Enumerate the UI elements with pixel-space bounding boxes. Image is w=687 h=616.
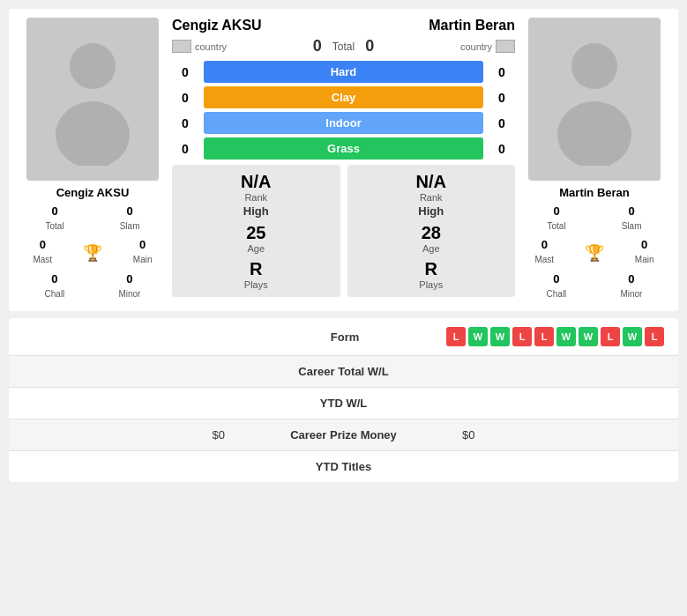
names-row: Cengiz AKSU Martin Beran (172, 18, 515, 37)
form-badge-w: W (490, 327, 510, 346)
left-player-stats: 0 Total 0 Slam 0 Mast 🏆 0 (18, 203, 168, 302)
right-flag (496, 40, 515, 53)
hard-right-score: 0 (489, 65, 515, 79)
bottom-stats: Form LWWLLWWLWL Career Total W/L YTD W/L… (9, 318, 678, 482)
right-chall-val: 0 (547, 272, 567, 287)
left-flag (172, 40, 191, 53)
left-total-val: 0 (46, 204, 64, 219)
left-high-label: High (243, 204, 269, 218)
left-minor-lbl: Minor (118, 289, 140, 299)
surface-row-hard: 0 Hard 0 (172, 61, 515, 83)
form-badge-l: L (601, 327, 620, 346)
surface-row-clay: 0 Clay 0 (172, 86, 515, 108)
indoor-right-score: 0 (489, 116, 515, 130)
form-badge-l: L (645, 327, 664, 346)
right-player-stats: 0 Total 0 Slam 0 Mast 🏆 0 (519, 203, 669, 302)
right-minor-lbl: Minor (620, 289, 642, 299)
career-wl-row: Career Total W/L (9, 356, 678, 388)
left-main-val: 0 (133, 238, 153, 253)
left-country-label: country (195, 41, 227, 52)
indoor-left-score: 0 (172, 116, 198, 130)
right-total-val: 0 (548, 204, 566, 219)
right-rank-lbl: Rank (420, 192, 443, 203)
grass-right-score: 0 (489, 142, 515, 156)
right-country-side: country (460, 40, 515, 53)
indoor-button[interactable]: Indoor (204, 112, 483, 134)
right-rank-val: N/A (416, 172, 446, 192)
right-age-lbl: Age (422, 243, 440, 254)
form-badge-w: W (556, 327, 576, 346)
right-chall-lbl: Chall (547, 289, 567, 299)
left-player-card: Cengiz AKSU 0 Total 0 Slam 0 Mast (18, 18, 168, 302)
left-rank-lbl: Rank (244, 192, 267, 203)
left-rank-val: N/A (241, 172, 271, 192)
svg-point-2 (571, 43, 617, 89)
ytd-wl-label: YTD W/L (243, 397, 444, 410)
right-main-lbl: Main (635, 255, 654, 264)
right-slam-val: 0 (622, 204, 642, 219)
right-country-label: country (460, 41, 492, 52)
prize-label: Career Prize Money (243, 428, 444, 442)
right-trophy-icon: 🏆 (585, 243, 604, 263)
right-total-lbl: Total (548, 221, 566, 231)
right-player-name: Martin Beran (559, 186, 629, 199)
left-total-score: 0 (313, 37, 322, 56)
prize-left: $0 (23, 428, 243, 442)
left-plays-val: R (250, 259, 262, 279)
clay-button[interactable]: Clay (204, 86, 483, 108)
svg-point-1 (56, 101, 130, 166)
right-high-label: High (418, 204, 444, 218)
prize-row: $0 Career Prize Money $0 (9, 419, 678, 451)
left-total-lbl: Total (46, 221, 64, 231)
right-plays-lbl: Plays (419, 279, 443, 290)
svg-point-3 (557, 101, 631, 166)
right-player-avatar (528, 18, 661, 181)
left-plays-lbl: Plays (244, 279, 268, 290)
left-age-val: 25 (246, 223, 265, 243)
right-slam-lbl: Slam (622, 221, 642, 231)
form-badge-w: W (623, 327, 642, 346)
left-player-avatar (26, 18, 159, 181)
left-country-side: country (172, 40, 227, 53)
country-row: country 0 Total 0 country (172, 37, 515, 56)
grass-button[interactable]: Grass (204, 137, 483, 160)
right-age-val: 28 (422, 223, 441, 243)
comparison-section: Cengiz AKSU 0 Total 0 Slam 0 Mast (9, 9, 678, 311)
center-panel: Cengiz AKSU Martin Beran country 0 Total… (168, 18, 519, 302)
left-trophy-icon: 🏆 (83, 243, 102, 263)
left-slam-val: 0 (120, 204, 140, 219)
right-total-score: 0 (365, 37, 374, 56)
right-mast-lbl: Mast (534, 255, 554, 264)
form-badges: LWWLLWWLWL (446, 327, 664, 346)
right-player-card: Martin Beran 0 Total 0 Slam 0 Mast (519, 18, 669, 302)
left-mast-lbl: Mast (33, 255, 52, 264)
left-minor-val: 0 (118, 272, 140, 287)
left-main-lbl: Main (133, 255, 153, 264)
prize-right: $0 (444, 428, 664, 442)
right-plays-val: R (425, 259, 437, 279)
right-stat-panel: N/A Rank High 28 Age R Plays (347, 165, 516, 297)
total-label: Total (332, 41, 355, 53)
ytd-wl-row: YTD W/L (9, 388, 678, 419)
left-mast-val: 0 (33, 238, 52, 253)
form-row: Form LWWLLWWLWL (9, 318, 678, 356)
form-label: Form (243, 330, 446, 344)
form-badge-l: L (534, 327, 554, 346)
form-badge-l: L (512, 327, 532, 346)
grass-left-score: 0 (172, 142, 198, 156)
left-slam-lbl: Slam (120, 221, 140, 231)
hard-left-score: 0 (172, 65, 198, 79)
ytd-titles-label: YTD Titles (243, 460, 444, 473)
ytd-titles-row: YTD Titles (9, 451, 678, 482)
main-container: Cengiz AKSU 0 Total 0 Slam 0 Mast (0, 0, 687, 491)
left-name-center: Cengiz AKSU (172, 18, 262, 33)
left-chall-lbl: Chall (45, 289, 65, 299)
hard-button[interactable]: Hard (204, 61, 483, 83)
svg-point-0 (70, 43, 116, 89)
surface-row-grass: 0 Grass 0 (172, 137, 515, 160)
surface-row-indoor: 0 Indoor 0 (172, 112, 515, 134)
right-name-center: Martin Beran (429, 18, 515, 33)
form-badge-l: L (446, 327, 466, 346)
left-stat-panel: N/A Rank High 25 Age R Plays (172, 165, 340, 297)
left-age-lbl: Age (247, 243, 265, 254)
